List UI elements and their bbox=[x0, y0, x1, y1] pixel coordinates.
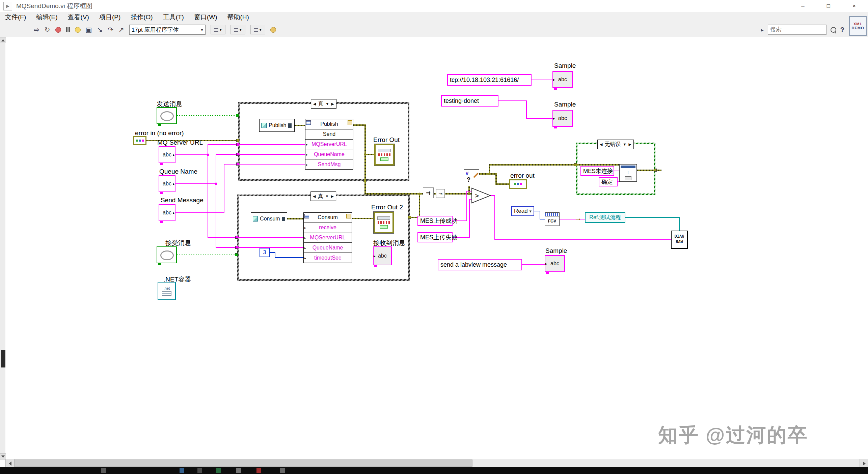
case1-selector[interactable]: ◀ 真 ▼ ▶ bbox=[311, 99, 336, 109]
run-icon[interactable]: ⇨ bbox=[34, 26, 39, 33]
step-out-icon[interactable]: ↗ bbox=[118, 26, 124, 33]
sample3-indicator[interactable]: ▸abc bbox=[545, 255, 565, 272]
menu-file[interactable]: 文件(F) bbox=[0, 13, 31, 22]
scroll-left-icon[interactable] bbox=[5, 459, 15, 468]
select-function-node[interactable]: > bbox=[471, 187, 491, 204]
mq-server-url-terminal[interactable]: abc▸ bbox=[159, 146, 175, 163]
invoke-row-mqserverurl[interactable]: ▸MQServerURL bbox=[304, 233, 352, 243]
run-continuous-icon[interactable]: ↻ bbox=[45, 26, 50, 33]
one-button-dialog-node[interactable]: ! bbox=[619, 164, 637, 182]
scroll-up-icon[interactable] bbox=[0, 37, 6, 43]
step-over-icon[interactable]: ↷ bbox=[108, 26, 113, 33]
minimize-button[interactable]: – bbox=[791, 0, 815, 12]
send-message-constant[interactable]: send a labview message bbox=[438, 259, 522, 270]
error-out1-indicator[interactable] bbox=[374, 144, 395, 166]
error-in-terminal[interactable] bbox=[133, 136, 146, 145]
case-prev-icon[interactable]: ◀ bbox=[313, 102, 316, 106]
case-dropdown-icon[interactable]: ▼ bbox=[325, 194, 329, 198]
invoke-row-queuename[interactable]: ▸QueueName bbox=[304, 242, 352, 253]
taskbar-icon[interactable] bbox=[216, 468, 221, 473]
confirm-constant[interactable]: 确定 bbox=[599, 177, 618, 186]
block-diagram-canvas[interactable] bbox=[5, 37, 868, 459]
invoke-row-receive[interactable]: ▸receive bbox=[304, 223, 352, 233]
invoke-row-send[interactable]: Send bbox=[305, 129, 353, 139]
menu-view[interactable]: 查看(V) bbox=[63, 13, 94, 22]
send-msg-bool-terminal[interactable] bbox=[157, 107, 177, 124]
search-icon[interactable] bbox=[831, 27, 836, 33]
mes-disconnected-constant[interactable]: MES未连接 bbox=[580, 166, 614, 176]
tcp-url-constant[interactable]: tcp://10.18.103.21:61616/ bbox=[447, 74, 532, 86]
highlight-execution-icon[interactable] bbox=[75, 27, 81, 33]
consume-constructor-node[interactable]: Consum bbox=[251, 212, 287, 225]
case-prev-icon[interactable]: ◀ bbox=[600, 142, 602, 147]
send-message-terminal[interactable]: abc▸ bbox=[159, 204, 175, 221]
help-icon[interactable]: ? bbox=[840, 26, 844, 33]
taskbar-icon[interactable] bbox=[101, 468, 106, 473]
queue-name-terminal[interactable]: abc▸ bbox=[159, 175, 175, 192]
maximize-button[interactable]: □ bbox=[817, 0, 840, 12]
diag-raw-subvi[interactable]: DIAGRAW bbox=[671, 231, 688, 249]
vi-icon[interactable]: XML DEMO bbox=[849, 16, 867, 36]
merge-errors-node[interactable]: ⇉ bbox=[423, 187, 434, 198]
align-objects-dropdown[interactable]: ▾ bbox=[211, 25, 225, 34]
scroll-right-icon[interactable] bbox=[860, 459, 868, 468]
pause-icon[interactable] bbox=[66, 27, 70, 32]
font-selector[interactable]: 17pt 应用程序字体 ▾ bbox=[129, 25, 206, 35]
timeout-constant[interactable]: 3 bbox=[260, 248, 270, 257]
horizontal-scrollbar-thumb[interactable] bbox=[14, 460, 472, 467]
case-prev-icon[interactable]: ◀ bbox=[313, 194, 316, 199]
taskbar-icon[interactable] bbox=[280, 468, 285, 473]
step-into-icon[interactable]: ↘ bbox=[97, 26, 103, 33]
menu-edit[interactable]: 编辑(E) bbox=[31, 13, 62, 22]
error-out2-indicator[interactable] bbox=[374, 212, 394, 233]
cleanup-diagram-icon[interactable] bbox=[270, 27, 276, 33]
search-input[interactable] bbox=[768, 25, 826, 35]
case-dropdown-icon[interactable]: ▼ bbox=[623, 142, 627, 146]
case-next-icon[interactable]: ▶ bbox=[628, 142, 631, 147]
sample2-indicator[interactable]: ▸abc bbox=[552, 110, 573, 127]
dotnet-container-terminal[interactable]: .net bbox=[158, 282, 176, 300]
taskbar-icon[interactable] bbox=[256, 468, 261, 473]
distribute-objects-dropdown[interactable]: ▾ bbox=[230, 25, 245, 34]
fgv-node[interactable]: FGV bbox=[545, 212, 560, 226]
received-msg-indicator[interactable]: ▸abc bbox=[373, 246, 392, 265]
clear-errors-node[interactable]: #? bbox=[464, 169, 479, 186]
invoke-row-timeoutsec[interactable]: ▸timeoutSec bbox=[304, 253, 352, 263]
menu-window[interactable]: 窗口(W) bbox=[189, 13, 222, 22]
case-next-icon[interactable]: ▶ bbox=[331, 194, 333, 199]
menu-project[interactable]: 项目(P) bbox=[94, 13, 126, 22]
invoke-row-mqserverurl[interactable]: ▸MQServerURL bbox=[305, 139, 353, 149]
read-mode-enum[interactable]: Read▾ bbox=[511, 206, 534, 216]
case-next-icon[interactable]: ▶ bbox=[331, 102, 334, 106]
toolbar-overflow-icon[interactable]: ▸ bbox=[761, 27, 764, 32]
mes-success-constant[interactable]: MES上传成功 bbox=[417, 216, 453, 226]
vertical-scrollbar-thumb[interactable] bbox=[1, 350, 5, 367]
taskbar-icon[interactable] bbox=[197, 468, 202, 473]
case2-selector[interactable]: ◀ 真 ▼ ▶ bbox=[310, 191, 336, 201]
receive-msg-bool-terminal[interactable] bbox=[157, 246, 177, 263]
close-button[interactable]: × bbox=[842, 0, 866, 12]
invoke-row-sendmsg[interactable]: ▸SendMsg bbox=[305, 159, 353, 169]
retain-wire-values-icon[interactable]: ▣ bbox=[86, 26, 92, 33]
case-dropdown-icon[interactable]: ▼ bbox=[326, 102, 329, 106]
taskbar-icon[interactable] bbox=[180, 468, 184, 473]
horizontal-scrollbar[interactable] bbox=[5, 459, 868, 467]
queue-constant[interactable]: testing-donet bbox=[441, 95, 498, 107]
invoke-row-queuename[interactable]: ▸QueueName bbox=[305, 149, 353, 159]
publish-constructor-node[interactable]: Publish bbox=[259, 119, 295, 132]
error-out-terminal[interactable] bbox=[509, 179, 527, 189]
menu-tools[interactable]: 工具(T) bbox=[158, 13, 189, 22]
taskbar-icon[interactable] bbox=[236, 468, 241, 473]
ref-test-flow-constant[interactable]: Ref.测试流程 bbox=[585, 212, 625, 223]
mes-fail-constant[interactable]: MES上传失败 bbox=[417, 232, 453, 242]
publish-invoke-node[interactable]: Publish Send ▸MQServerURL ▸QueueName ▸Se… bbox=[305, 119, 353, 170]
sample1-indicator[interactable]: ▸abc bbox=[552, 71, 573, 88]
merge-errors-node2[interactable]: ⇥ bbox=[436, 189, 445, 198]
menu-operate[interactable]: 操作(O) bbox=[126, 13, 158, 22]
case3-selector[interactable]: ◀ 无错误 ▼ ▶ bbox=[597, 140, 634, 149]
vertical-scrollbar[interactable] bbox=[0, 37, 5, 459]
abort-icon[interactable] bbox=[55, 27, 61, 33]
consume-invoke-node[interactable]: Consum ▸receive ▸MQServerURL ▸QueueName … bbox=[303, 212, 352, 263]
resize-objects-dropdown[interactable]: ▾ bbox=[250, 25, 265, 34]
menu-help[interactable]: 帮助(H) bbox=[222, 13, 254, 22]
